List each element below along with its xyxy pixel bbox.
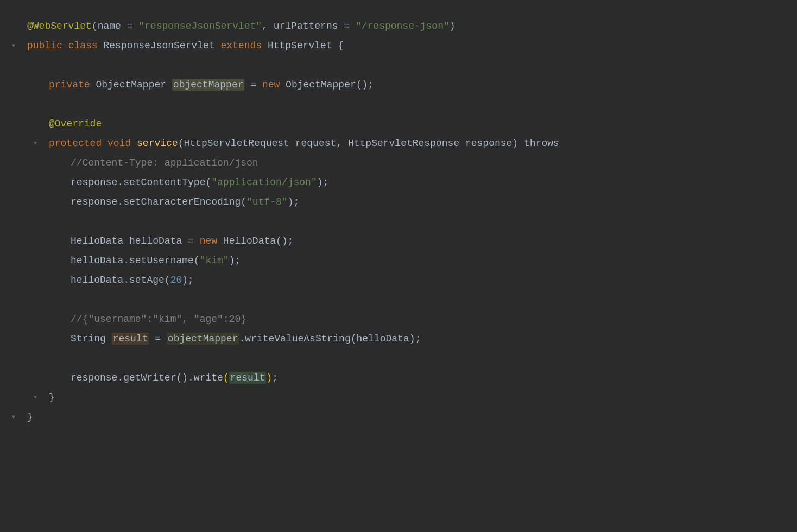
code-token: @WebServlet (27, 21, 92, 31)
line-content-8: response.setCharacterEncoding("utf-8"); (65, 194, 786, 210)
code-line-7: response.setContentType("application/jso… (0, 173, 797, 192)
line-content-12: //{"username":"kim", "age":20} (65, 312, 786, 327)
code-line-8: response.setCharacterEncoding("utf-8"); (0, 192, 797, 212)
code-line-15: ▾ } (0, 388, 797, 407)
code-token: String (71, 333, 112, 344)
line-content-4: @Override (43, 116, 786, 132)
code-token-result: result (229, 372, 267, 384)
code-token: response.getWriter().write (71, 372, 223, 383)
line-content-6: //Content-Type: application/json (65, 155, 786, 171)
code-token: .writeValueAsString(helloData); (239, 333, 421, 344)
code-line-empty-3 (0, 212, 797, 231)
code-line-13: String result = objectMapper.writeValueA… (0, 329, 797, 349)
line-content-16: } (22, 409, 786, 425)
code-token: public (27, 40, 68, 51)
code-line-14: response.getWriter().write(result); (0, 368, 797, 388)
code-token: "kim" (200, 255, 229, 266)
code-editor: @WebServlet(name = "responseJsonServlet"… (0, 0, 797, 532)
line-content-9: HelloData helloData = new HelloData(); (65, 233, 786, 249)
code-token: ); (229, 255, 241, 266)
code-line-6: //Content-Type: application/json (0, 153, 797, 173)
code-token: ObjectMapper(); (286, 79, 374, 90)
line-content-3: private ObjectMapper objectMapper = new … (43, 77, 786, 93)
line-content-2: public class ResponseJsonServlet extends… (22, 38, 786, 54)
code-token-comment: //Content-Type: application/json (71, 157, 258, 168)
code-token: HelloData(); (223, 236, 294, 246)
code-token-objectmapper: objectMapper (172, 79, 245, 91)
gutter-16: ▾ (5, 411, 22, 423)
line-content-11: helloData.setAge(20); (65, 273, 786, 288)
code-line-10: helloData.setUsername("kim"); (0, 251, 797, 270)
code-token: } (27, 411, 33, 422)
code-token-method: service (137, 138, 178, 149)
code-token: "/response-json" (356, 21, 450, 31)
code-token: extends (220, 40, 267, 51)
code-token: 20 (170, 275, 182, 286)
gutter-5: ▾ (27, 137, 43, 149)
code-token: new (200, 236, 223, 246)
fold-icon-service[interactable]: ▾ (33, 137, 37, 149)
code-line-2: ▾ public class ResponseJsonServlet exten… (0, 36, 797, 55)
code-line-16: ▾ } (0, 407, 797, 427)
fold-icon-method-close[interactable]: ▾ (33, 391, 37, 403)
code-token: ); (288, 197, 300, 207)
fold-icon-class-close[interactable]: ▾ (11, 411, 16, 423)
line-content-1: @WebServlet(name = "responseJsonServlet"… (22, 18, 786, 34)
code-line-empty-1 (0, 55, 797, 75)
gutter-2: ▾ (5, 40, 22, 52)
code-token: "application/json" (211, 177, 317, 188)
code-line-12: //{"username":"kim", "age":20} (0, 309, 797, 329)
fold-icon[interactable]: ▾ (11, 40, 16, 52)
code-line-1: @WebServlet(name = "responseJsonServlet"… (0, 16, 797, 36)
code-token: ); (182, 275, 194, 286)
code-line-empty-4 (0, 290, 797, 309)
code-token-comment: //{"username":"kim", "age":20} (71, 314, 246, 325)
line-content-10: helloData.setUsername("kim"); (65, 253, 786, 269)
line-content-7: response.setContentType("application/jso… (65, 175, 786, 191)
code-token: @Override (49, 118, 102, 129)
line-content-13: String result = objectMapper.writeValueA… (65, 331, 786, 347)
code-token: ObjectMapper (96, 79, 172, 90)
code-token: = (149, 333, 166, 344)
code-token: HelloData helloData = (71, 236, 200, 246)
code-token: private (49, 79, 96, 90)
code-token-paren-close: ) (266, 372, 272, 383)
code-token: response.setContentType( (71, 177, 211, 188)
code-token: } (49, 392, 55, 403)
code-line-11: helloData.setAge(20); (0, 270, 797, 290)
code-token: "responseJsonServlet" (138, 21, 262, 31)
code-token: = (244, 79, 262, 90)
gutter-15: ▾ (27, 391, 43, 403)
code-token: ; (272, 372, 278, 383)
code-token: helloData.setAge( (71, 275, 170, 286)
code-token: ) (450, 21, 456, 31)
code-token: (name = (92, 21, 138, 31)
code-line-empty-5 (0, 349, 797, 368)
line-content-15: } (43, 390, 786, 406)
code-token: class (68, 40, 104, 51)
code-line-5: ▾ protected void service(HttpServletRequ… (0, 134, 797, 153)
code-line-4: @Override (0, 114, 797, 134)
code-line-9: HelloData helloData = new HelloData(); (0, 231, 797, 251)
code-token: response.setCharacterEncoding( (71, 197, 246, 207)
code-token: helloData.setUsername( (71, 255, 200, 266)
code-token: new (262, 79, 286, 90)
code-token: ); (317, 177, 329, 188)
code-token-result-var: result (112, 333, 149, 345)
code-token-objectmapper-ref: objectMapper (167, 333, 239, 345)
code-token: HttpServlet { (268, 40, 344, 51)
code-token: (HttpServletRequest request, HttpServlet… (178, 138, 559, 149)
line-content-14: response.getWriter().write(result); (65, 370, 786, 386)
code-token: "utf-8" (246, 197, 288, 207)
code-token: , urlPatterns = (262, 21, 356, 31)
code-token-paren-open: ( (223, 372, 229, 383)
code-line-empty-2 (0, 94, 797, 114)
code-token: protected (49, 138, 107, 149)
code-token: void (107, 138, 137, 149)
line-content-5: protected void service(HttpServletReques… (43, 136, 786, 151)
code-token: ResponseJsonServlet (103, 40, 220, 51)
code-line-3: private ObjectMapper objectMapper = new … (0, 75, 797, 94)
